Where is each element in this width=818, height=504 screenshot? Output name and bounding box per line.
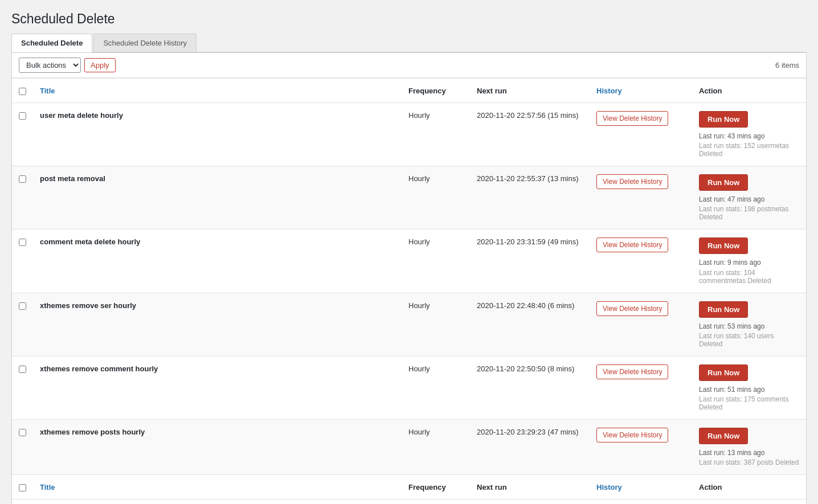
table-container: Bulk actions Apply 6 items Title Frequen… (11, 52, 807, 504)
row-title-text-2: comment meta delete hourly (40, 237, 140, 246)
run-now-button-1[interactable]: Run Now (699, 174, 748, 191)
row-next-run-1: 2020-11-20 22:55:37 (13 mins) (470, 166, 590, 230)
row-history-cell-5: View Delete History (590, 419, 692, 474)
last-run-info-1: Last run: 47 mins ago (699, 194, 799, 205)
last-run-stats-1: Last run stats: 198 postmetas Deleted (699, 205, 799, 221)
row-action-cell-5: Run Now Last run: 13 mins ago Last run s… (692, 419, 806, 474)
row-next-run-2: 2020-11-20 23:31:59 (49 mins) (470, 230, 590, 293)
last-run-info-3: Last run: 53 mins ago (699, 321, 799, 332)
toolbar-left: Bulk actions Apply (19, 58, 116, 73)
col-header-frequency: Frequency (402, 79, 470, 103)
col-footer-next-run: Next run (470, 475, 590, 499)
row-checkbox-cell (12, 103, 33, 166)
row-frequency-2: Hourly (402, 230, 470, 293)
row-next-run-3: 2020-11-20 22:48:40 (6 mins) (470, 293, 590, 356)
col-header-title: Title (33, 79, 402, 103)
col-header-action: Action (692, 79, 806, 103)
row-history-cell-0: View Delete History (590, 103, 692, 166)
run-now-button-0[interactable]: Run Now (699, 111, 748, 128)
row-action-cell-0: Run Now Last run: 43 mins ago Last run s… (692, 103, 806, 166)
bottom-toolbar: Bulk actions Apply 6 items (12, 499, 806, 504)
run-now-button-5[interactable]: Run Now (699, 428, 748, 444)
row-frequency-4: Hourly (402, 356, 470, 419)
row-frequency-5: Hourly (402, 419, 470, 474)
row-checkbox-cell (12, 356, 33, 419)
col-footer-history: History (590, 475, 692, 499)
row-checkbox-4[interactable] (19, 366, 26, 373)
row-title-text-4: xthemes remove comment hourly (40, 364, 158, 373)
view-delete-history-button-2[interactable]: View Delete History (596, 237, 668, 252)
select-all-footer-header (12, 475, 33, 499)
row-checkbox-cell (12, 166, 33, 230)
row-checkbox-3[interactable] (19, 302, 26, 310)
view-delete-history-button-3[interactable]: View Delete History (596, 301, 668, 316)
row-frequency-1: Hourly (402, 166, 470, 230)
row-checkbox-cell (12, 230, 33, 293)
row-title-text-3: xthemes remove ser hourly (40, 301, 136, 310)
last-run-stats-5: Last run stats: 387 posts Deleted (699, 458, 799, 466)
last-run-info-5: Last run: 13 mins ago (699, 448, 799, 458)
row-action-cell-4: Run Now Last run: 51 mins ago Last run s… (692, 356, 806, 419)
row-next-run-4: 2020-11-20 22:50:50 (8 mins) (470, 356, 590, 419)
last-run-info-2: Last run: 9 mins ago (699, 257, 799, 268)
bulk-actions-select-top[interactable]: Bulk actions (19, 58, 81, 73)
row-title-text-5: xthemes remove posts hourly (40, 428, 145, 436)
row-next-run-5: 2020-11-20 23:29:23 (47 mins) (470, 419, 590, 474)
apply-button-top[interactable]: Apply (84, 58, 116, 72)
col-header-history: History (590, 79, 692, 103)
row-history-cell-2: View Delete History (590, 230, 692, 293)
run-now-button-4[interactable]: Run Now (699, 364, 748, 381)
row-checkbox-5[interactable] (19, 429, 26, 436)
row-history-cell-4: View Delete History (590, 356, 692, 419)
col-header-next-run: Next run (470, 79, 590, 103)
run-now-button-3[interactable]: Run Now (699, 301, 748, 318)
page-title: Scheduled Delete (11, 11, 807, 27)
row-title-4: xthemes remove comment hourly (33, 356, 402, 419)
select-all-footer-checkbox[interactable] (19, 484, 26, 491)
row-action-cell-2: Run Now Last run: 9 mins ago Last run st… (692, 230, 806, 293)
top-toolbar: Bulk actions Apply 6 items (12, 53, 806, 78)
row-title-1: post meta removal (33, 166, 402, 230)
table-row: comment meta delete hourly Hourly 2020-1… (12, 230, 806, 293)
table-row: user meta delete hourly Hourly 2020-11-2… (12, 103, 806, 166)
last-run-stats-3: Last run stats: 140 users Deleted (699, 332, 799, 348)
col-footer-action: Action (692, 475, 806, 499)
row-checkbox-cell (12, 419, 33, 474)
row-title-text-1: post meta removal (40, 174, 105, 183)
row-title-2: comment meta delete hourly (33, 230, 402, 293)
last-run-info-4: Last run: 51 mins ago (699, 384, 799, 395)
last-run-info-0: Last run: 43 mins ago (699, 131, 799, 142)
col-footer-frequency: Frequency (402, 475, 470, 499)
view-delete-history-button-0[interactable]: View Delete History (596, 111, 668, 126)
select-all-checkbox[interactable] (19, 88, 26, 95)
tab-scheduled-delete[interactable]: Scheduled Delete (11, 34, 92, 52)
table-row: post meta removal Hourly 2020-11-20 22:5… (12, 166, 806, 230)
table-row: xthemes remove posts hourly Hourly 2020-… (12, 419, 806, 474)
row-frequency-3: Hourly (402, 293, 470, 356)
last-run-stats-0: Last run stats: 152 usermetas Deleted (699, 142, 799, 158)
row-checkbox-0[interactable] (19, 112, 26, 120)
view-delete-history-button-1[interactable]: View Delete History (596, 174, 668, 189)
row-title-0: user meta delete hourly (33, 103, 402, 166)
row-action-cell-3: Run Now Last run: 53 mins ago Last run s… (692, 293, 806, 356)
table-row: xthemes remove ser hourly Hourly 2020-11… (12, 293, 806, 356)
view-delete-history-button-4[interactable]: View Delete History (596, 364, 668, 379)
row-history-cell-1: View Delete History (590, 166, 692, 230)
row-history-cell-3: View Delete History (590, 293, 692, 356)
tab-bar: Scheduled Delete Scheduled Delete Histor… (11, 34, 807, 52)
row-checkbox-cell (12, 293, 33, 356)
item-count-top: 6 items (775, 61, 799, 69)
row-checkbox-1[interactable] (19, 175, 26, 183)
view-delete-history-button-5[interactable]: View Delete History (596, 428, 668, 442)
col-footer-title: Title (33, 475, 402, 499)
table-footer-row: Title Frequency Next run History Action (12, 475, 806, 499)
row-frequency-0: Hourly (402, 103, 470, 166)
tab-scheduled-delete-history[interactable]: Scheduled Delete History (93, 34, 197, 52)
run-now-button-2[interactable]: Run Now (699, 237, 748, 254)
row-title-3: xthemes remove ser hourly (33, 293, 402, 356)
scheduled-delete-table: Title Frequency Next run History Action … (12, 78, 806, 499)
table-body: user meta delete hourly Hourly 2020-11-2… (12, 103, 806, 475)
row-checkbox-2[interactable] (19, 239, 26, 246)
row-title-5: xthemes remove posts hourly (33, 419, 402, 474)
select-all-header (12, 79, 33, 103)
